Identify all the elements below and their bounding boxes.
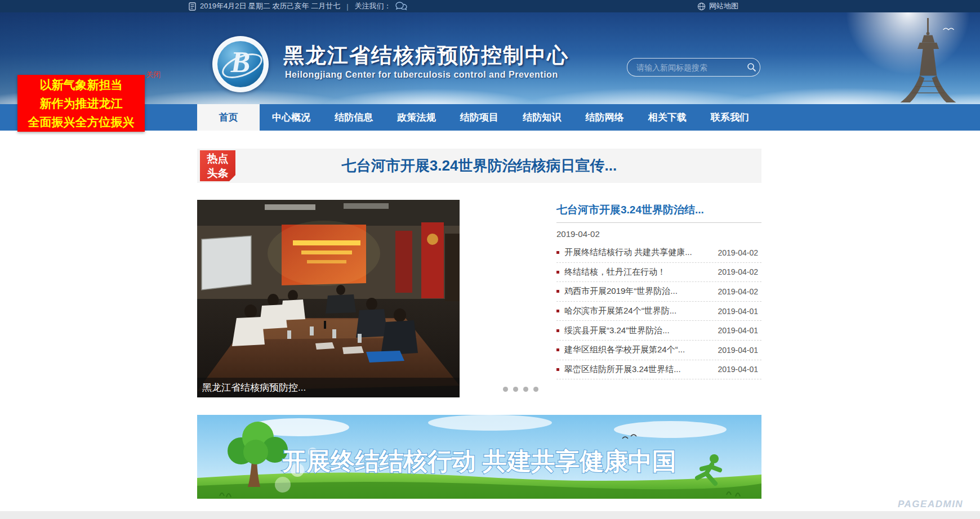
nav-label: 联系我们: [711, 112, 749, 123]
news-item[interactable]: 绥滨县开展“3.24”世界防治... 2019-04-01: [556, 321, 761, 341]
carousel-dot[interactable]: [523, 387, 528, 392]
news-item-date: 2019-04-02: [718, 248, 761, 257]
search-input[interactable]: [627, 63, 743, 72]
site-title: 黑龙江省结核病预防控制中心: [283, 42, 569, 70]
notice-line: 新作为推进龙江: [17, 94, 145, 113]
bullet-icon: [556, 290, 559, 293]
hot-badge: 热点 头条: [200, 150, 235, 181]
news-item[interactable]: 开展终结结核行动 共建共享健康... 2019-04-02: [556, 243, 761, 263]
promo-banner[interactable]: 开展终结结核行动 共建共享健康中国: [197, 415, 761, 499]
date-text: 2019年4月2日 星期二 农历己亥年 二月廿七: [200, 1, 340, 11]
carousel-dot[interactable]: [513, 387, 518, 392]
bullet-icon: [556, 329, 559, 332]
banner-slogan: 开展终结结核行动 共建共享健康中国: [282, 448, 676, 475]
news-item[interactable]: 翠峦区结防所开展3.24世界结... 2019-04-01: [556, 360, 761, 380]
notice-line: 以新气象新担当: [17, 75, 145, 94]
divider: [556, 222, 761, 223]
notice-banner: 以新气象新担当 新作为推进龙江 全面振兴全方位振兴: [17, 75, 145, 132]
news-item-title[interactable]: 绥滨县开展“3.24”世界防治...: [564, 325, 718, 336]
news-item-date: 2019-04-01: [718, 365, 761, 374]
notice-close-button[interactable]: 关闭: [146, 70, 161, 80]
chat-icon[interactable]: [395, 2, 407, 11]
news-list: 开展终结结核行动 共建共享健康... 2019-04-02 终结结核，牡丹江在行…: [556, 243, 761, 379]
nav-label: 政策法规: [398, 112, 436, 123]
bullet-icon: [556, 348, 559, 351]
promo-banner-graphic: 开展终结结核行动 共建共享健康中国: [197, 415, 761, 499]
notice-line: 全面振兴全方位振兴: [17, 113, 145, 131]
search-box: [627, 58, 760, 77]
nav-item-projects[interactable]: 结防项目: [448, 104, 510, 131]
news-item-title[interactable]: 翠峦区结防所开展3.24世界结...: [564, 364, 718, 375]
doc-icon: [189, 2, 196, 11]
sitemap-label: 网站地图: [709, 1, 738, 11]
hot-headline-link[interactable]: 七台河市开展3.24世界防治结核病日宣传...: [197, 149, 761, 183]
news-item-date: 2019-04-01: [718, 307, 761, 316]
nav-label: 结防网络: [585, 112, 623, 123]
carousel-dot[interactable]: [503, 387, 508, 392]
nav-item-knowledge[interactable]: 结防知识: [510, 104, 573, 131]
hot-headline-bar: 七台河市开展3.24世界防治结核病日宣传... 热点 头条: [197, 149, 761, 183]
bullet-icon: [556, 271, 559, 274]
hot-badge-line1: 热点: [200, 151, 235, 166]
news-item-title[interactable]: 开展终结结核行动 共建共享健康...: [564, 247, 718, 258]
meeting-photo-graphic: [197, 200, 460, 397]
news-item-title[interactable]: 哈尔滨市开展第24个“世界防...: [564, 306, 718, 316]
search-icon: [747, 62, 756, 72]
news-panel: 七台河市开展3.24世界防治结... 2019-04-02 开展终结结核行动 共…: [556, 203, 761, 379]
site-header: B 黑龙江省结核病预防控制中心 Heilongjiang Center for …: [0, 12, 980, 104]
nav-item-policy[interactable]: 政策法规: [385, 104, 448, 131]
sitemap-link[interactable]: 网站地图: [697, 0, 738, 12]
carousel-dots: [503, 387, 538, 392]
globe-icon: [697, 2, 706, 11]
follow-us-label: 关注我们：: [355, 1, 391, 11]
carousel-caption: 黑龙江省结核病预防控...: [197, 378, 460, 397]
logo-letter: B: [217, 46, 264, 79]
bullet-icon: [556, 251, 559, 254]
tv-tower-graphic: [894, 18, 962, 104]
nav-item-network[interactable]: 结防网络: [573, 104, 636, 131]
nav-label: 相关下载: [648, 112, 687, 123]
news-item-date: 2019-04-01: [718, 346, 761, 355]
nav-label: 中心概况: [272, 112, 310, 123]
news-item-title[interactable]: 建华区组织各学校开展第24个“...: [564, 344, 718, 355]
news-item-date: 2019-04-02: [718, 267, 761, 276]
logo-emblem: B: [217, 41, 264, 87]
nav-item-tb-info[interactable]: 结防信息: [323, 104, 385, 131]
nav-label: 结防信息: [335, 112, 373, 123]
site-logo[interactable]: B: [212, 36, 269, 92]
nav-label: 首页: [219, 112, 238, 123]
nav-label: 结防项目: [460, 112, 498, 123]
bullet-icon: [556, 368, 559, 371]
topbar: 2019年4月2日 星期二 农历己亥年 二月廿七 | 关注我们： 网站地图: [0, 0, 980, 12]
news-item[interactable]: 哈尔滨市开展第24个“世界防... 2019-04-01: [556, 302, 761, 321]
footer-strip: [0, 511, 980, 519]
news-featured-date: 2019-04-02: [556, 229, 761, 239]
carousel-photo[interactable]: 黑龙江省结核病预防控...: [197, 200, 460, 397]
site-subtitle: Heilongjiang Center for tuberculosis con…: [285, 70, 558, 80]
main-nav: 首页 中心概况 结防信息 政策法规 结防项目 结防知识 结防网络 相关下载 联系…: [0, 104, 980, 131]
nav-items: 首页 中心概况 结防信息 政策法规 结防项目 结防知识 结防网络 相关下载 联系…: [197, 104, 761, 131]
news-item-title[interactable]: 鸡西市开展2019年“世界防治...: [564, 286, 718, 297]
nav-label: 结防知识: [523, 112, 561, 123]
topbar-left: 2019年4月2日 星期二 农历己亥年 二月廿七 | 关注我们：: [189, 0, 407, 12]
search-button[interactable]: [743, 59, 760, 76]
news-item-title[interactable]: 终结结核，牡丹江在行动！: [564, 267, 718, 278]
news-item-date: 2019-04-02: [718, 287, 761, 296]
news-item[interactable]: 终结结核，牡丹江在行动！ 2019-04-02: [556, 263, 761, 283]
news-item[interactable]: 鸡西市开展2019年“世界防治... 2019-04-02: [556, 282, 761, 302]
nav-item-home[interactable]: 首页: [197, 104, 260, 131]
topbar-separator: |: [346, 2, 348, 11]
bullet-icon: [556, 310, 559, 312]
hot-badge-line2: 头条: [200, 166, 235, 181]
pageadmin-watermark: PAGEADMIN: [898, 499, 963, 510]
carousel-dot[interactable]: [533, 387, 538, 392]
nav-item-downloads[interactable]: 相关下载: [636, 104, 698, 131]
news-item-date: 2019-04-01: [718, 326, 761, 335]
news-featured-title[interactable]: 七台河市开展3.24世界防治结...: [556, 203, 761, 217]
news-item[interactable]: 建华区组织各学校开展第24个“... 2019-04-01: [556, 341, 761, 360]
nav-item-about[interactable]: 中心概况: [260, 104, 322, 131]
nav-item-contact[interactable]: 联系我们: [698, 104, 761, 131]
bird-icon: [943, 28, 954, 30]
